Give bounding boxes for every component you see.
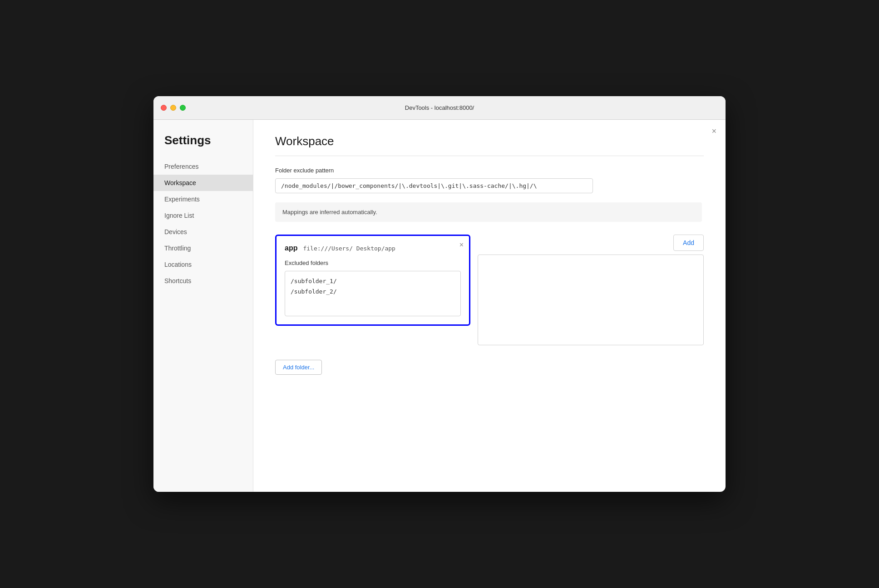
devtools-window: DevTools - localhost:8000/ Settings Pref… xyxy=(153,96,726,492)
titlebar-title: DevTools - localhost:8000/ xyxy=(405,104,474,111)
traffic-lights xyxy=(161,105,186,111)
excluded-folders-list: /subfolder_1/ /subfolder_2/ xyxy=(285,271,461,316)
mappings-info-box: Mappings are inferred automatically. xyxy=(275,202,702,222)
folder-exclude-label: Folder exclude pattern xyxy=(275,167,704,174)
maximize-traffic-light[interactable] xyxy=(180,105,186,111)
excluded-folders-label: Excluded folders xyxy=(285,260,461,266)
add-button[interactable]: Add xyxy=(673,235,704,251)
workspace-card-header: app file:///Users/ Desktop/app xyxy=(285,244,461,252)
sidebar-item-shortcuts[interactable]: Shortcuts xyxy=(153,273,253,289)
folder-exclude-input[interactable] xyxy=(275,178,593,193)
sidebar-item-ignore-list[interactable]: Ignore List xyxy=(153,207,253,224)
page-title: Workspace xyxy=(275,134,704,148)
remove-card-button[interactable]: × xyxy=(459,241,464,249)
sidebar-item-throttling[interactable]: Throttling xyxy=(153,240,253,256)
sidebar-item-workspace[interactable]: Workspace xyxy=(153,175,253,191)
workspace-card: app file:///Users/ Desktop/app × Exclude… xyxy=(275,235,470,326)
close-button[interactable]: × xyxy=(711,127,716,135)
workspace-card-path: file:///Users/ Desktop/app xyxy=(303,245,395,252)
sidebar-item-locations[interactable]: Locations xyxy=(153,256,253,273)
add-folder-button[interactable]: Add folder... xyxy=(275,360,322,375)
main-content: × Workspace Folder exclude pattern Mappi… xyxy=(253,120,726,492)
window-body: Settings Preferences Workspace Experimen… xyxy=(153,120,726,492)
title-divider xyxy=(275,156,704,156)
list-item: /subfolder_1/ xyxy=(291,276,455,286)
minimize-traffic-light[interactable] xyxy=(170,105,176,111)
right-panel xyxy=(478,255,704,345)
close-traffic-light[interactable] xyxy=(161,105,167,111)
sidebar-title: Settings xyxy=(153,133,253,158)
sidebar: Settings Preferences Workspace Experimen… xyxy=(153,120,253,492)
titlebar: DevTools - localhost:8000/ xyxy=(153,96,726,120)
sidebar-item-devices[interactable]: Devices xyxy=(153,224,253,240)
mappings-info-text: Mappings are inferred automatically. xyxy=(282,209,377,216)
workspace-card-container: app file:///Users/ Desktop/app × Exclude… xyxy=(275,235,704,345)
workspace-card-name: app xyxy=(285,244,297,252)
sidebar-item-experiments[interactable]: Experiments xyxy=(153,191,253,207)
sidebar-item-preferences[interactable]: Preferences xyxy=(153,158,253,175)
list-item: /subfolder_2/ xyxy=(291,286,455,297)
